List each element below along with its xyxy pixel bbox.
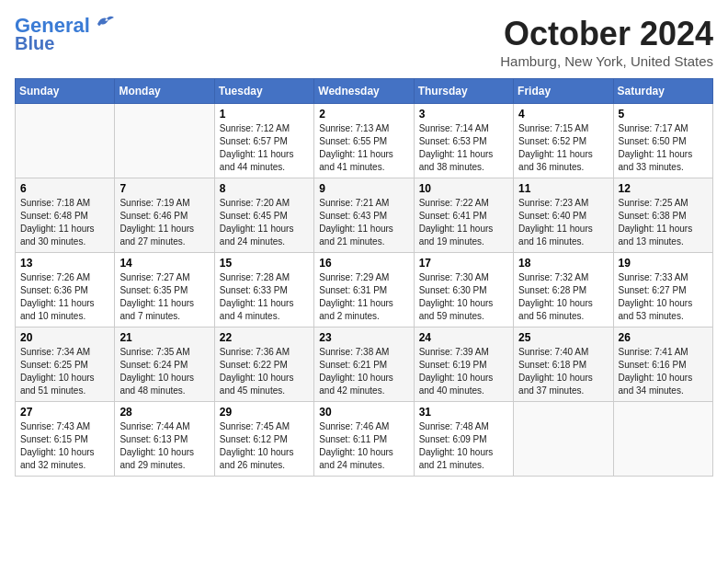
day-info: Sunrise: 7:30 AM Sunset: 6:30 PM Dayligh… [419,271,508,323]
day-info: Sunrise: 7:25 AM Sunset: 6:38 PM Dayligh… [619,197,708,248]
day-info: Sunrise: 7:45 AM Sunset: 6:12 PM Dayligh… [220,420,309,472]
day-number: 10 [419,182,508,195]
day-info: Sunrise: 7:22 AM Sunset: 6:41 PM Dayligh… [419,197,508,248]
calendar-cell: 6Sunrise: 7:18 AM Sunset: 6:48 PM Daylig… [16,178,115,253]
calendar-cell: 8Sunrise: 7:20 AM Sunset: 6:45 PM Daylig… [214,178,313,253]
day-info: Sunrise: 7:33 AM Sunset: 6:27 PM Dayligh… [619,271,708,323]
calendar-cell: 4Sunrise: 7:15 AM Sunset: 6:52 PM Daylig… [514,104,613,178]
calendar-cell: 16Sunrise: 7:29 AM Sunset: 6:31 PM Dayli… [314,253,414,327]
title-block: October 2024 Hamburg, New York, United S… [500,15,713,69]
day-number: 19 [619,257,708,270]
calendar-cell [115,104,214,178]
calendar-week-row: 13Sunrise: 7:26 AM Sunset: 6:36 PM Dayli… [16,253,713,327]
logo: General Blue [15,15,114,53]
calendar-cell: 15Sunrise: 7:28 AM Sunset: 6:33 PM Dayli… [214,253,313,327]
day-number: 6 [20,182,109,195]
calendar-week-row: 27Sunrise: 7:43 AM Sunset: 6:15 PM Dayli… [16,402,713,477]
day-number: 31 [419,406,508,419]
day-number: 4 [518,108,608,121]
calendar-cell [16,104,115,178]
day-number: 20 [20,331,109,344]
calendar-week-row: 20Sunrise: 7:34 AM Sunset: 6:25 PM Dayli… [16,327,713,402]
day-info: Sunrise: 7:26 AM Sunset: 6:36 PM Dayligh… [20,271,109,323]
weekday-header-cell: Monday [115,79,214,104]
logo-bird-icon [94,15,114,31]
day-info: Sunrise: 7:43 AM Sunset: 6:15 PM Dayligh… [20,420,109,472]
weekday-header-cell: Tuesday [214,79,313,104]
calendar-cell: 19Sunrise: 7:33 AM Sunset: 6:27 PM Dayli… [613,253,712,327]
day-info: Sunrise: 7:15 AM Sunset: 6:52 PM Dayligh… [518,122,608,174]
day-number: 17 [419,257,508,270]
calendar-cell: 26Sunrise: 7:41 AM Sunset: 6:16 PM Dayli… [613,327,712,402]
day-number: 5 [619,108,708,121]
day-number: 15 [220,257,309,270]
calendar-cell: 22Sunrise: 7:36 AM Sunset: 6:22 PM Dayli… [214,327,313,402]
calendar-week-row: 1Sunrise: 7:12 AM Sunset: 6:57 PM Daylig… [16,104,713,178]
day-number: 29 [220,406,309,419]
calendar-cell: 23Sunrise: 7:38 AM Sunset: 6:21 PM Dayli… [314,327,414,402]
day-number: 26 [619,331,708,344]
day-info: Sunrise: 7:48 AM Sunset: 6:09 PM Dayligh… [419,420,508,472]
day-number: 2 [319,108,408,121]
day-number: 3 [419,108,508,121]
weekday-header-cell: Thursday [414,79,513,104]
day-info: Sunrise: 7:19 AM Sunset: 6:46 PM Dayligh… [119,197,209,248]
weekday-header-cell: Saturday [613,79,712,104]
day-number: 30 [319,406,408,419]
day-number: 16 [319,257,408,270]
calendar-cell [514,402,613,477]
day-info: Sunrise: 7:21 AM Sunset: 6:43 PM Dayligh… [319,197,408,248]
day-number: 7 [119,182,209,195]
day-info: Sunrise: 7:41 AM Sunset: 6:16 PM Dayligh… [619,346,708,397]
calendar-cell: 10Sunrise: 7:22 AM Sunset: 6:41 PM Dayli… [414,178,513,253]
calendar-cell: 14Sunrise: 7:27 AM Sunset: 6:35 PM Dayli… [115,253,214,327]
calendar-cell: 11Sunrise: 7:23 AM Sunset: 6:40 PM Dayli… [514,178,613,253]
day-info: Sunrise: 7:18 AM Sunset: 6:48 PM Dayligh… [20,197,109,248]
day-info: Sunrise: 7:14 AM Sunset: 6:53 PM Dayligh… [419,122,508,174]
calendar-week-row: 6Sunrise: 7:18 AM Sunset: 6:48 PM Daylig… [16,178,713,253]
calendar-cell: 2Sunrise: 7:13 AM Sunset: 6:55 PM Daylig… [314,104,414,178]
calendar-table: SundayMondayTuesdayWednesdayThursdayFrid… [15,78,713,477]
calendar-cell: 29Sunrise: 7:45 AM Sunset: 6:12 PM Dayli… [214,402,313,477]
calendar-cell: 1Sunrise: 7:12 AM Sunset: 6:57 PM Daylig… [214,104,313,178]
weekday-header-row: SundayMondayTuesdayWednesdayThursdayFrid… [16,79,713,104]
day-number: 11 [518,182,608,195]
calendar-cell: 17Sunrise: 7:30 AM Sunset: 6:30 PM Dayli… [414,253,513,327]
day-number: 13 [20,257,109,270]
day-info: Sunrise: 7:20 AM Sunset: 6:45 PM Dayligh… [220,197,309,248]
day-number: 18 [518,257,608,270]
month-title: October 2024 [500,15,713,53]
calendar-cell: 31Sunrise: 7:48 AM Sunset: 6:09 PM Dayli… [414,402,513,477]
calendar-cell: 12Sunrise: 7:25 AM Sunset: 6:38 PM Dayli… [613,178,712,253]
location-subtitle: Hamburg, New York, United States [500,53,713,69]
calendar-cell: 5Sunrise: 7:17 AM Sunset: 6:50 PM Daylig… [613,104,712,178]
calendar-cell: 21Sunrise: 7:35 AM Sunset: 6:24 PM Dayli… [115,327,214,402]
weekday-header-cell: Wednesday [314,79,414,104]
day-info: Sunrise: 7:12 AM Sunset: 6:57 PM Dayligh… [220,122,309,174]
day-info: Sunrise: 7:23 AM Sunset: 6:40 PM Dayligh… [518,197,608,248]
calendar-cell: 28Sunrise: 7:44 AM Sunset: 6:13 PM Dayli… [115,402,214,477]
day-number: 21 [119,331,209,344]
weekday-header-cell: Sunday [16,79,115,104]
calendar-cell [613,402,712,477]
calendar-cell: 27Sunrise: 7:43 AM Sunset: 6:15 PM Dayli… [16,402,115,477]
day-number: 28 [119,406,209,419]
calendar-cell: 20Sunrise: 7:34 AM Sunset: 6:25 PM Dayli… [16,327,115,402]
calendar-cell: 18Sunrise: 7:32 AM Sunset: 6:28 PM Dayli… [514,253,613,327]
day-info: Sunrise: 7:13 AM Sunset: 6:55 PM Dayligh… [319,122,408,174]
day-number: 12 [619,182,708,195]
day-info: Sunrise: 7:46 AM Sunset: 6:11 PM Dayligh… [319,420,408,472]
day-info: Sunrise: 7:29 AM Sunset: 6:31 PM Dayligh… [319,271,408,323]
day-info: Sunrise: 7:36 AM Sunset: 6:22 PM Dayligh… [220,346,309,397]
day-number: 9 [319,182,408,195]
day-info: Sunrise: 7:39 AM Sunset: 6:19 PM Dayligh… [419,346,508,397]
day-number: 22 [220,331,309,344]
calendar-body: 1Sunrise: 7:12 AM Sunset: 6:57 PM Daylig… [16,104,713,477]
day-info: Sunrise: 7:40 AM Sunset: 6:18 PM Dayligh… [518,346,608,397]
day-info: Sunrise: 7:28 AM Sunset: 6:33 PM Dayligh… [220,271,309,323]
day-info: Sunrise: 7:44 AM Sunset: 6:13 PM Dayligh… [119,420,209,472]
day-number: 1 [220,108,309,121]
day-info: Sunrise: 7:34 AM Sunset: 6:25 PM Dayligh… [20,346,109,397]
day-number: 25 [518,331,608,344]
logo-blue: Blue [15,33,54,53]
